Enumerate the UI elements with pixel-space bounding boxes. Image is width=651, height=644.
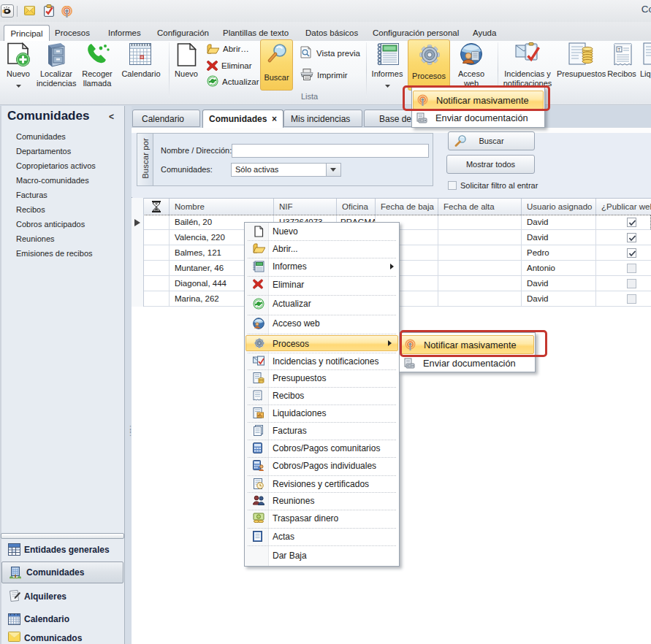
svg-text:T: T [618, 47, 621, 52]
